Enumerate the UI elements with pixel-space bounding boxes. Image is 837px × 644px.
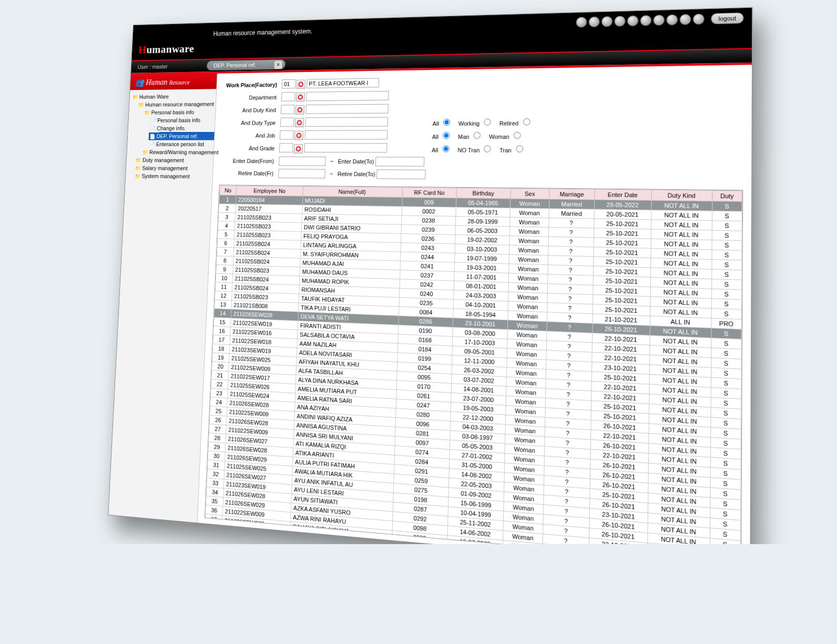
job-name-input[interactable] — [305, 130, 388, 140]
col-duty[interactable]: Duty — [712, 190, 742, 201]
col-no[interactable]: No — [219, 185, 237, 195]
retire-to-input[interactable] — [376, 169, 426, 179]
tree-folder-duty-management[interactable]: Duty management — [135, 156, 213, 165]
workplace-name-input[interactable] — [307, 78, 379, 88]
radio-status-all[interactable]: All — [432, 120, 451, 127]
dutykind-picker-icon[interactable] — [295, 105, 304, 115]
col-rf-card-no[interactable]: RF Card No — [402, 187, 457, 198]
employee-grid[interactable]: NoEmployee NoName(Full)RF Card NoBirthda… — [205, 185, 743, 544]
tree-item-dep-personal-ref-[interactable]: DEP. Personal ref. — [149, 132, 215, 140]
workplace-code-input[interactable] — [282, 79, 296, 89]
col-birthday[interactable]: Birthday — [456, 188, 511, 199]
toolbar-icon-1[interactable] — [576, 17, 587, 28]
dutykind-code-input[interactable] — [281, 105, 295, 114]
tree-folder-system-management[interactable]: System management — [134, 172, 212, 180]
radio-status-retired[interactable]: Retired — [499, 120, 532, 127]
dutykind-label: And Duty Kind — [223, 104, 278, 116]
subtitle: Human resource management system. — [213, 28, 312, 37]
tree-folder-personal-basis-info[interactable]: Personal basis info — [144, 108, 216, 116]
enter-from-label: Enter Date(From) — [221, 155, 276, 167]
sex-radio-row: All Man Woman — [430, 129, 539, 141]
grade-picker-icon[interactable] — [294, 144, 303, 154]
dutykind-name-input[interactable] — [306, 104, 389, 114]
grade-code-input[interactable] — [279, 144, 293, 153]
grade-label: And Grade — [221, 142, 277, 154]
body: 👥 Human Resource Human WareHuman resourc… — [108, 65, 752, 544]
logout-button[interactable]: logout — [711, 13, 744, 25]
toolbar-icon-7[interactable] — [653, 15, 665, 26]
job-code-input[interactable] — [280, 130, 294, 140]
breadcrumb-tab[interactable]: DEP. Personal ref. × — [206, 59, 285, 71]
enter-to-input[interactable] — [375, 157, 425, 166]
department-code-input[interactable] — [281, 92, 295, 101]
main-panel: Work Place(Factory) Department — [198, 65, 752, 544]
col-enter-date[interactable]: Enter Date — [594, 189, 651, 200]
toolbar-icon-10[interactable] — [693, 14, 705, 25]
toolbar-icon-4[interactable] — [614, 16, 626, 27]
user-label: User : master — [138, 63, 207, 70]
toolbar-icon-5[interactable] — [627, 15, 639, 26]
enter-from-input[interactable] — [279, 156, 326, 166]
sidebar-header: 👥 Human Resource — [130, 74, 217, 90]
radio-sex-all[interactable]: All — [432, 134, 451, 140]
toolbar-icon-8[interactable] — [666, 14, 678, 25]
radio-tran[interactable]: Tran — [499, 147, 525, 154]
close-tab-icon[interactable]: × — [274, 61, 282, 69]
tree-root-item[interactable]: Human Ware — [131, 92, 216, 101]
dutytype-name-input[interactable] — [305, 117, 389, 127]
department-picker-icon[interactable] — [296, 93, 305, 102]
radio-sex-man[interactable]: Man — [458, 134, 482, 140]
tree-folder-salary-management[interactable]: Salary management — [134, 164, 213, 172]
tree-item-change-info-[interactable]: Change info. — [149, 124, 215, 132]
breadcrumb-label: DEP. Personal ref. — [213, 62, 256, 69]
brand: Humanware — [138, 42, 195, 56]
dutytype-label: And Duty Type — [222, 117, 278, 129]
col-employee-no[interactable]: Employee No — [236, 186, 303, 196]
sidebar-title-sub: Resource — [169, 79, 190, 86]
department-name-input[interactable] — [306, 91, 389, 101]
col-name-full-[interactable]: Name(Full) — [303, 186, 403, 197]
people-icon: 👥 — [135, 78, 144, 87]
status-radio-row: All Working Retired — [430, 115, 539, 128]
col-marriage[interactable]: Marriage — [549, 189, 595, 200]
tree-folder-human-resource-management[interactable]: Human resource management — [137, 100, 216, 108]
grade-name-input[interactable] — [304, 144, 387, 153]
toolbar-icon-6[interactable] — [640, 15, 651, 26]
retire-from-label: Retire Date(Fr) — [220, 167, 275, 179]
radio-tran-all[interactable]: All — [432, 147, 451, 153]
radio-notran[interactable]: NO Tran — [457, 147, 493, 153]
toolbar-icons: logout — [576, 13, 743, 28]
tree-item-personal-basis-info[interactable]: Personal basis info — [149, 116, 215, 125]
retire-from-input[interactable] — [278, 169, 325, 178]
radio-status-working[interactable]: Working — [458, 120, 493, 126]
toolbar-icon-2[interactable] — [588, 16, 599, 27]
brand-rest: umanware — [146, 42, 195, 55]
tilde-1: ~ — [327, 158, 336, 164]
tran-radio-row: All NO Tran Tran — [430, 142, 539, 155]
nav-tree: Human WareHuman resource managementPerso… — [126, 89, 217, 180]
radio-sex-woman[interactable]: Woman — [489, 134, 523, 140]
retire-to-label: Retire Date(To) — [338, 170, 375, 177]
col-sex[interactable]: Sex — [510, 188, 549, 199]
job-label: And Job — [222, 129, 277, 141]
workplace-label: Work Place(Factory) — [224, 78, 279, 91]
tree-folder-reward-warning-management[interactable]: Reward/Warning management — [141, 148, 214, 157]
sidebar-title-main: Human — [146, 78, 168, 87]
tilde-2: ~ — [326, 170, 336, 177]
brand-accent: H — [138, 43, 147, 56]
app-window: Humanware Human resource management syst… — [108, 7, 752, 544]
tree-item-enterance-person-list[interactable]: Enterance person list — [148, 140, 214, 148]
workplace-picker-icon[interactable] — [297, 80, 305, 89]
enter-to-label: Enter Date(To) — [338, 158, 374, 165]
dutytype-code-input[interactable] — [280, 118, 294, 127]
col-duty-kind[interactable]: Duty Kind — [651, 190, 712, 201]
department-label: Department — [223, 91, 279, 104]
toolbar-icon-3[interactable] — [601, 16, 613, 27]
toolbar-icon-9[interactable] — [679, 14, 691, 25]
job-picker-icon[interactable] — [294, 131, 303, 140]
dutytype-picker-icon[interactable] — [295, 118, 304, 128]
filter-panel: Work Place(Factory) Department — [219, 70, 743, 184]
